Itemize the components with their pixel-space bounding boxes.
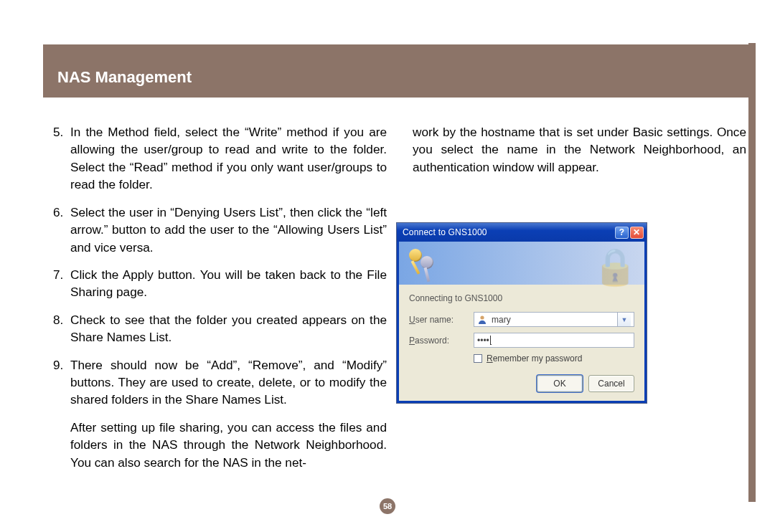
padlock-icon: 🔒 bbox=[593, 246, 637, 288]
decorative-strip bbox=[748, 43, 756, 502]
list-item: 7. Click the Apply button. You will be t… bbox=[53, 266, 387, 301]
list-text: Check to see that the folder you created… bbox=[70, 311, 387, 346]
document-page: NAS Management 5. In the Method field, s… bbox=[0, 0, 775, 532]
list-item: 8. Check to see that the folder you crea… bbox=[53, 311, 387, 346]
remember-row: Remember my password bbox=[409, 353, 634, 364]
ok-button[interactable]: OK bbox=[537, 375, 583, 392]
list-number: 9. bbox=[53, 356, 70, 409]
left-column: 5. In the Method field, select the “Writ… bbox=[53, 123, 387, 481]
dialog-title: Connect to GNS1000 bbox=[403, 227, 614, 237]
list-number: 5. bbox=[53, 123, 70, 194]
password-field[interactable]: •••• bbox=[474, 333, 634, 348]
text-caret bbox=[490, 336, 492, 345]
list-text: There should now be “Add”, “Remove”, and… bbox=[70, 356, 387, 409]
username-label: User name: bbox=[409, 315, 474, 325]
close-button[interactable]: ✕ bbox=[630, 227, 644, 239]
page-title: NAS Management bbox=[57, 68, 192, 87]
dialog-banner: 🔒 bbox=[397, 242, 647, 285]
dialog-body: Connecting to GNS1000 User name: mary ▼ bbox=[397, 285, 647, 403]
connecting-text: Connecting to GNS1000 bbox=[409, 293, 634, 303]
keys-icon bbox=[408, 249, 439, 277]
paragraph: After setting up file sharing, you can a… bbox=[53, 419, 387, 471]
username-row: User name: mary ▼ bbox=[409, 312, 634, 327]
paragraph: work by the hostname that is set under B… bbox=[413, 123, 746, 176]
close-icon: ✕ bbox=[633, 227, 640, 237]
list-item: 5. In the Method field, select the “Writ… bbox=[53, 123, 387, 194]
remember-label: Remember my password bbox=[487, 353, 582, 364]
user-icon bbox=[477, 315, 487, 325]
list-text: Click the Apply button. You will be take… bbox=[70, 266, 387, 301]
list-text: In the Method field, select the “Write” … bbox=[70, 123, 387, 194]
help-button[interactable]: ? bbox=[615, 227, 629, 239]
username-field[interactable]: mary ▼ bbox=[474, 312, 634, 327]
dialog-titlebar[interactable]: Connect to GNS1000 ? ✕ bbox=[397, 223, 647, 242]
list-text: Select the user in “Denying Users List”,… bbox=[70, 204, 387, 256]
cancel-button[interactable]: Cancel bbox=[588, 375, 634, 392]
auth-dialog: Connect to GNS1000 ? ✕ 🔒 Connecting to G… bbox=[396, 222, 647, 404]
list-item: 9. There should now be “Add”, “Remove”, … bbox=[53, 356, 387, 409]
remember-checkbox[interactable] bbox=[474, 354, 482, 363]
chevron-down-icon[interactable]: ▼ bbox=[617, 313, 631, 326]
list-number: 6. bbox=[53, 204, 70, 256]
page-number-badge: 58 bbox=[380, 498, 395, 514]
password-label: Password: bbox=[409, 336, 474, 346]
password-value: •••• bbox=[477, 336, 489, 346]
list-number: 8. bbox=[53, 311, 70, 346]
list-item: 6. Select the user in “Denying Users Lis… bbox=[53, 204, 387, 256]
button-row: OK Cancel bbox=[409, 375, 634, 392]
svg-point-0 bbox=[480, 315, 484, 319]
right-column: work by the hostname that is set under B… bbox=[413, 123, 746, 186]
username-value: mary bbox=[492, 315, 511, 325]
list-number: 7. bbox=[53, 266, 70, 301]
password-row: Password: •••• bbox=[409, 333, 634, 348]
